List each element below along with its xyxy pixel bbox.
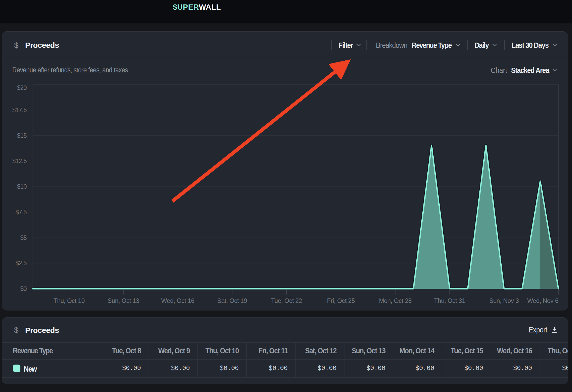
svg-text:$17.5: $17.5 xyxy=(12,107,27,113)
svg-text:Thu, Oct 31: Thu, Oct 31 xyxy=(434,297,465,304)
svg-text:Wed, Nov 6: Wed, Nov 6 xyxy=(527,297,559,304)
svg-text:$10: $10 xyxy=(17,183,27,190)
svg-text:Thu, Oct 10: Thu, Oct 10 xyxy=(53,297,85,304)
svg-text:$5: $5 xyxy=(20,234,27,241)
svg-text:Fri, Oct 25: Fri, Oct 25 xyxy=(327,297,355,304)
svg-text:$7.5: $7.5 xyxy=(15,209,27,216)
svg-text:$0: $0 xyxy=(20,285,27,292)
svg-text:Sun, Nov 3: Sun, Nov 3 xyxy=(489,297,519,304)
svg-text:Tue, Oct 22: Tue, Oct 22 xyxy=(271,297,302,304)
svg-text:Sun, Oct 13: Sun, Oct 13 xyxy=(108,297,139,304)
svg-text:Wed, Oct 16: Wed, Oct 16 xyxy=(161,297,194,304)
svg-text:$15: $15 xyxy=(17,132,27,139)
svg-text:Mon, Oct 28: Mon, Oct 28 xyxy=(379,297,412,304)
svg-text:$20: $20 xyxy=(17,84,27,91)
svg-text:Sat, Oct 19: Sat, Oct 19 xyxy=(217,297,247,304)
svg-text:$12.5: $12.5 xyxy=(12,158,27,164)
svg-text:$2.5: $2.5 xyxy=(15,260,27,267)
